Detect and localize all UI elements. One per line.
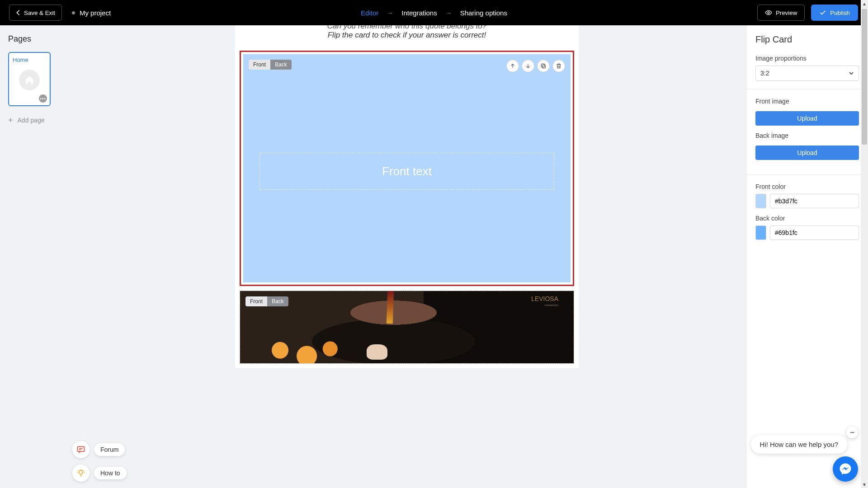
- copy-icon: [540, 63, 547, 69]
- svg-rect-1: [542, 65, 546, 68]
- front-text-input[interactable]: Front text: [259, 153, 554, 190]
- preview-label: Preview: [776, 9, 797, 16]
- forum-button[interactable]: [72, 441, 90, 458]
- arrow-right-icon: →: [445, 9, 452, 17]
- document: Can you remember who this quote belongs …: [235, 25, 579, 368]
- toggle-back-button[interactable]: Back: [267, 296, 288, 306]
- page-thumbnail-label: Home: [13, 56, 46, 63]
- window-scrollbar[interactable]: ▲ ▼: [861, 0, 868, 488]
- upload-back-image-button[interactable]: Upload: [755, 145, 859, 160]
- step-editor[interactable]: Editor: [361, 9, 378, 17]
- proportions-label: Image proportions: [755, 55, 859, 62]
- front-back-toggle: Front Back: [245, 296, 288, 306]
- pages-title: Pages: [8, 34, 60, 44]
- front-color-swatch[interactable]: [755, 194, 766, 208]
- back-image-label: Back image: [755, 132, 859, 139]
- svg-rect-3: [78, 446, 85, 451]
- top-right-actions: Preview Publish: [757, 5, 858, 21]
- move-up-button[interactable]: [506, 60, 519, 72]
- properties-title: Flip Card: [755, 34, 859, 45]
- chat-launcher-button[interactable]: [833, 456, 858, 482]
- plus-icon: +: [8, 116, 13, 124]
- chevron-left-icon: [16, 9, 20, 16]
- howto-button[interactable]: [72, 465, 90, 482]
- proportions-select[interactable]: 3:2: [755, 66, 859, 81]
- step-integrations[interactable]: Integrations: [401, 9, 437, 17]
- front-color-input[interactable]: [770, 194, 859, 208]
- front-back-toggle: Front Back: [249, 60, 292, 70]
- proportions-value: 3:2: [760, 70, 769, 77]
- flipcard-block[interactable]: LEVIOSA~~~~ Front Back: [240, 291, 574, 364]
- page-options-button[interactable]: •••: [39, 94, 47, 103]
- save-exit-label: Save & Exit: [24, 9, 55, 16]
- howto-label[interactable]: How to: [94, 467, 127, 479]
- svg-point-4: [79, 470, 83, 474]
- block-toolbar: [506, 60, 565, 72]
- front-color-label: Front color: [755, 183, 859, 190]
- arrow-down-icon: [525, 63, 531, 69]
- photo-detail-hand: [367, 344, 387, 360]
- scroll-up-arrow-icon[interactable]: ▲: [861, 0, 868, 7]
- check-icon: [819, 9, 826, 16]
- front-image-label: Front image: [755, 98, 859, 105]
- home-icon: [19, 70, 40, 90]
- duplicate-button[interactable]: [537, 60, 550, 72]
- messenger-icon: [839, 462, 852, 476]
- project-title[interactable]: My project: [72, 9, 111, 17]
- chat-greeting-bubble[interactable]: Hi! How can we help you?: [751, 435, 847, 454]
- flipcard-front[interactable]: Front Back Front text: [243, 54, 571, 282]
- step-sharing[interactable]: Sharing options: [460, 9, 507, 17]
- toggle-back-button[interactable]: Back: [270, 60, 292, 70]
- add-page-button[interactable]: + Add page: [8, 116, 60, 124]
- intro-line-1: Can you remember who this quote belongs …: [253, 25, 561, 31]
- arrow-up-icon: [509, 63, 516, 69]
- project-name-label: My project: [80, 9, 111, 17]
- intro-text[interactable]: Can you remember who this quote belongs …: [235, 25, 579, 48]
- top-bar: Save & Exit My project Editor → Integrat…: [0, 0, 868, 25]
- eye-icon: [765, 9, 772, 16]
- properties-panel: Flip Card Image proportions 3:2 Front im…: [746, 25, 868, 488]
- flipcard-front-photo[interactable]: LEVIOSA~~~~ Front Back: [240, 291, 574, 363]
- flipcard-block-selected[interactable]: Front Back Front text: [240, 51, 574, 286]
- nav-steps: Editor → Integrations → Sharing options: [361, 9, 507, 17]
- chat-icon: [76, 445, 85, 454]
- back-color-input[interactable]: [770, 225, 859, 240]
- scroll-down-arrow-icon[interactable]: ▼: [861, 481, 868, 488]
- back-color-swatch[interactable]: [755, 225, 766, 240]
- preview-button[interactable]: Preview: [757, 5, 805, 21]
- trash-icon: [556, 63, 562, 69]
- chevron-down-icon: [849, 70, 854, 76]
- toggle-front-button[interactable]: Front: [245, 296, 267, 306]
- unsaved-dot-icon: [72, 11, 75, 14]
- svg-rect-2: [541, 64, 544, 67]
- move-down-button[interactable]: [522, 60, 534, 72]
- forum-label[interactable]: Forum: [94, 443, 125, 456]
- publish-label: Publish: [830, 9, 850, 16]
- toggle-front-button[interactable]: Front: [249, 60, 270, 70]
- save-exit-button[interactable]: Save & Exit: [9, 5, 62, 21]
- page-thumbnail-home[interactable]: Home •••: [8, 52, 51, 106]
- lightbulb-icon: [76, 469, 85, 478]
- photo-detail-tie: [386, 291, 394, 324]
- delete-button[interactable]: [552, 60, 565, 72]
- publish-button[interactable]: Publish: [811, 5, 858, 21]
- upload-front-image-button[interactable]: Upload: [755, 111, 859, 126]
- photo-detail-text: LEVIOSA~~~~: [531, 296, 558, 310]
- chat-dismiss-button[interactable]: −: [846, 427, 858, 438]
- editor-canvas[interactable]: Can you remember who this quote belongs …: [68, 25, 746, 488]
- help-buttons: Forum How to: [72, 441, 127, 482]
- divider: [746, 89, 868, 89]
- arrow-right-icon: →: [387, 9, 393, 17]
- add-page-label: Add page: [18, 117, 45, 124]
- back-color-label: Back color: [755, 215, 859, 222]
- card-photo: [240, 291, 574, 363]
- divider: [746, 174, 868, 175]
- scroll-thumb[interactable]: [862, 9, 867, 145]
- svg-point-0: [768, 12, 769, 14]
- intro-line-2: Flip the card to check if your answer is…: [253, 31, 561, 40]
- pages-sidebar: Pages Home ••• + Add page: [0, 25, 68, 488]
